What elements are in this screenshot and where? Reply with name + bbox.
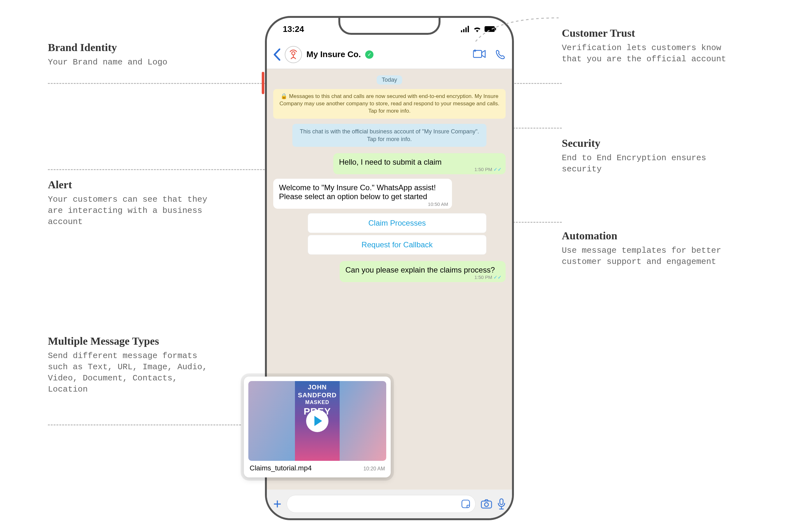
attachment-button[interactable]: + [273,496,282,512]
annotation-title: Security [562,137,741,149]
svg-rect-11 [481,501,492,508]
svg-point-6 [292,52,295,55]
encryption-text: Messages to this chat and calls are now … [280,93,499,114]
annotation-desc: Send different message formats such as T… [48,350,214,395]
message-time: 10:50 AM [428,202,448,207]
annotation-title: Multiple Message Types [48,335,214,347]
svg-rect-3 [468,26,469,32]
back-button[interactable] [273,49,280,61]
svg-rect-0 [461,30,462,32]
annotation-automation: Automation Use message templates for bet… [562,230,741,267]
annotation-desc: End to End Encryption ensures security [562,153,741,175]
annotation-brand-identity: Brand Identity Your Brand name and Logo [48,41,214,68]
phone-notch [338,17,440,35]
encryption-notice[interactable]: 🔒Messages to this chat and calls are now… [273,89,506,119]
attachment-meta: Claims_tutorial.mp4 10:20 AM [248,461,386,473]
annotation-multiple-message-types: Multiple Message Types Send different me… [48,335,214,395]
play-icon[interactable] [306,410,328,432]
brand-name[interactable]: My Insure Co. [306,50,361,59]
callout-line [48,83,265,84]
lock-icon: 🔒 [281,93,287,99]
book-text: JOHN [308,384,327,391]
chat-header: My Insure Co. ✓ [267,40,512,69]
svg-rect-1 [463,29,464,32]
callout-marker [262,72,264,94]
message-incoming[interactable]: Welcome to "My Insure Co." WhatsApp assi… [273,179,452,209]
annotation-title: Customer Trust [562,27,741,39]
annotation-customer-trust: Customer Trust Verification lets custome… [562,27,741,65]
svg-point-12 [484,502,488,507]
message-input[interactable] [287,495,476,513]
video-attachment-card[interactable]: JOHN SANDFORD MASKED PREY Claims_tutoria… [244,377,391,477]
read-ticks-icon: ✓✓ [493,167,502,172]
callout-curve [476,18,565,43]
signal-icon [461,26,470,32]
voice-call-icon[interactable] [495,50,506,60]
verified-badge-icon: ✓ [365,51,374,59]
diagram-canvas: Brand Identity Your Brand name and Logo … [0,0,798,532]
annotation-desc: Your Brand name and Logo [48,57,214,68]
message-time: 1:50 PM✓✓ [474,274,502,280]
annotation-title: Automation [562,230,741,242]
brand-logo[interactable] [285,46,302,63]
annotation-desc: Verification lets customers know that yo… [562,42,741,65]
message-text: Can you please explain the claims proces… [345,266,495,274]
message-outgoing[interactable]: Hello, I need to submit a claim 1:50 PM✓… [333,153,506,174]
read-ticks-icon: ✓✓ [493,274,502,280]
book-text: MASKED [305,400,329,405]
svg-rect-10 [462,500,470,508]
video-call-icon[interactable] [473,50,486,60]
annotation-desc: Use message templates for better custome… [562,245,741,267]
quick-reply-button[interactable]: Claim Processes [308,213,487,233]
attachment-filename: Claims_tutorial.mp4 [250,464,311,472]
annotation-alert: Alert Your customers can see that they a… [48,179,214,228]
message-text: Welcome to "My Insure Co." WhatsApp assi… [279,183,436,201]
header-actions [473,50,506,60]
annotation-title: Brand Identity [48,41,214,54]
callout-line [48,424,241,425]
book-text: SANDFORD [298,392,337,399]
message-input-bar: + [267,490,512,518]
message-outgoing[interactable]: Can you please explain the claims proces… [340,261,506,282]
quick-reply-button[interactable]: Request for Callback [308,235,487,255]
message-text: Hello, I need to submit a claim [339,158,441,166]
annotation-desc: Your customers can see that they are int… [48,194,214,228]
sticker-icon[interactable] [461,499,470,508]
business-account-notice[interactable]: This chat is with the official business … [292,124,487,147]
video-thumbnail: JOHN SANDFORD MASKED PREY [248,381,386,461]
svg-rect-13 [500,499,503,505]
svg-rect-2 [466,27,467,32]
date-pill: Today [377,75,402,84]
status-time: 13:24 [283,24,304,34]
annotation-title: Alert [48,179,214,191]
camera-icon[interactable] [481,499,492,509]
microphone-icon[interactable] [497,498,506,510]
annotation-security: Security End to End Encryption ensures s… [562,137,741,175]
message-time: 1:50 PM✓✓ [474,167,502,172]
attachment-time: 10:20 AM [363,466,385,472]
